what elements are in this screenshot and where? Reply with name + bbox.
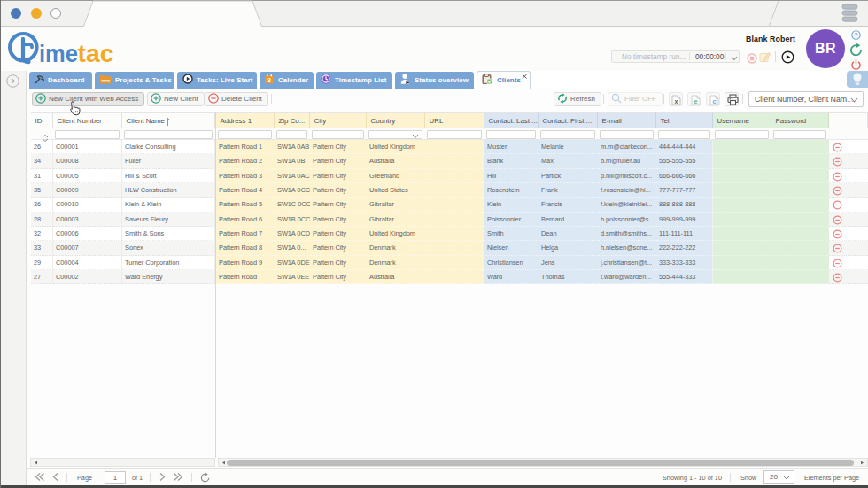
svg-text:e: e [694, 97, 697, 105]
svg-text:ime: ime [39, 41, 78, 67]
svg-text:3: 3 [267, 77, 271, 83]
svg-text:tac: tac [78, 41, 114, 67]
svg-text:?: ? [854, 31, 858, 39]
svg-text:x: x [675, 97, 678, 104]
svg-text:c: c [712, 97, 716, 105]
